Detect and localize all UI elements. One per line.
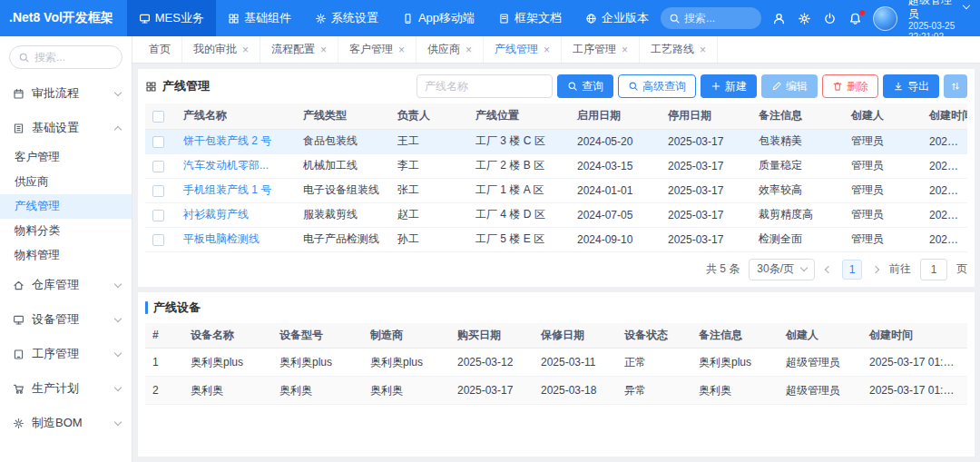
close-tab-icon[interactable]: × <box>544 44 550 55</box>
sidebar-item-material-category[interactable]: 物料分类 <box>0 219 132 243</box>
gear-icon[interactable] <box>798 12 811 25</box>
power-icon[interactable] <box>823 12 837 25</box>
sidebar-item-label: 生产计划 <box>32 380 108 397</box>
export-button[interactable]: 导出 <box>883 74 939 98</box>
table-cell: 奥利奥 <box>363 377 450 405</box>
pencil-icon <box>771 81 782 92</box>
tab-supplier[interactable]: 供应商× <box>416 36 484 63</box>
table-cell: 裁剪精度高 <box>751 202 844 227</box>
topbar-menu-enterprise-edition[interactable]: 企业版本 <box>573 0 661 36</box>
sort-button[interactable] <box>944 74 967 98</box>
close-tab-icon[interactable]: × <box>398 44 405 55</box>
table-cell: 检测全面 <box>751 227 844 251</box>
table-cell: 管理员 <box>844 202 922 227</box>
topbar-menu-basic-components[interactable]: 基础组件 <box>216 0 303 36</box>
checkbox-cell <box>145 178 176 202</box>
production-line-link[interactable]: 饼干包装产线 2 号 <box>176 129 296 153</box>
production-line-link[interactable]: 手机组装产线 1 号 <box>176 178 296 202</box>
next-page-button[interactable] <box>871 267 880 272</box>
tab-craft-route[interactable]: 工艺路线× <box>640 36 718 63</box>
row-checkbox[interactable] <box>152 136 164 148</box>
tab-process-management[interactable]: 工序管理× <box>562 36 640 63</box>
advanced-query-button[interactable]: 高级查询 <box>618 74 696 98</box>
row-checkbox[interactable] <box>152 185 164 197</box>
row-checkbox[interactable] <box>152 234 164 246</box>
table-cell: 张工 <box>390 178 468 202</box>
table-cell: 管理员 <box>844 178 922 202</box>
tab-label: 工艺路线 <box>651 42 694 57</box>
panel-header: 产线管理 查询高级查询新建编辑删除导出 <box>145 69 967 103</box>
production-line-link[interactable]: 平板电脑检测线 <box>176 227 296 251</box>
equipment-panel-title: 产线设备 <box>153 300 201 316</box>
topbar-menu-label: App移动端 <box>418 10 475 26</box>
sidebar-item-material-management[interactable]: 物料管理 <box>0 243 132 268</box>
sidebar-search[interactable] <box>9 45 122 69</box>
user-menu[interactable]: 超级管理员 2025-03-25 22:21:02 <box>908 0 969 44</box>
production-line-link[interactable]: 汽车发动机零部... <box>176 153 296 178</box>
sidebar-item-approval-flow[interactable]: 审批流程 <box>0 76 132 111</box>
table-cell: 工厂 2 楼 B 区 <box>468 153 570 178</box>
topbar-menu-app-mobile[interactable]: App移动端 <box>390 0 486 36</box>
tab-production-line-management[interactable]: 产线管理× <box>484 36 562 63</box>
tablet-icon <box>13 349 24 360</box>
edit-button[interactable]: 编辑 <box>761 74 818 98</box>
select-all-header <box>145 103 176 129</box>
table-cell: 电子设备组装线 <box>296 178 390 202</box>
column-header: 创建人 <box>844 103 922 129</box>
user-icon[interactable] <box>772 12 786 25</box>
row-checkbox[interactable] <box>152 161 164 172</box>
cart-icon <box>13 383 24 395</box>
close-tab-icon[interactable]: × <box>622 44 628 55</box>
column-header: 制造商 <box>363 323 450 349</box>
body: 审批流程基础设置客户管理供应商产线管理物料分类物料管理仓库管理设备管理工序管理生… <box>0 36 980 462</box>
select-all-checkbox[interactable] <box>152 111 164 123</box>
sidebar-item-supplier[interactable]: 供应商 <box>0 170 132 194</box>
avatar[interactable] <box>873 6 897 31</box>
sidebar-item-production-line-management[interactable]: 产线管理 <box>0 194 132 219</box>
sidebar-item-customer-management[interactable]: 客户管理 <box>0 145 132 170</box>
delete-button[interactable]: 删除 <box>822 74 878 98</box>
chevron-down-icon <box>800 264 808 271</box>
table-cell: 2025-03-17 01:1... <box>922 227 967 251</box>
production-line-name-input[interactable] <box>416 74 553 98</box>
current-page-button[interactable]: 1 <box>842 260 862 280</box>
sidebar-item-process-management[interactable]: 工序管理 <box>0 337 132 371</box>
close-tab-icon[interactable]: × <box>466 44 472 55</box>
sidebar-item-warehouse-management[interactable]: 仓库管理 <box>0 268 132 302</box>
close-tab-icon[interactable]: × <box>700 44 706 55</box>
close-tab-icon[interactable]: × <box>242 44 249 55</box>
topbar-menu-system-settings[interactable]: 系统设置 <box>303 0 390 36</box>
create-button[interactable]: 新建 <box>701 74 757 98</box>
global-search-input[interactable] <box>684 12 753 25</box>
close-tab-icon[interactable]: × <box>320 44 327 55</box>
tab-my-approval[interactable]: 我的审批× <box>182 36 260 63</box>
row-checkbox[interactable] <box>152 210 164 221</box>
tab-customer-management[interactable]: 客户管理× <box>338 36 416 63</box>
topbar-menu-label: 基础组件 <box>244 10 291 26</box>
table-header-row: 产线名称产线类型负责人产线位置启用日期停用日期备注信息创建人创建时间 <box>145 103 967 129</box>
sidebar-search-input[interactable] <box>34 51 113 64</box>
topbar-menu-framework-docs[interactable]: 框架文档 <box>486 0 573 36</box>
table-cell: 奥利奥 <box>272 377 363 405</box>
prev-page-button[interactable] <box>824 267 833 272</box>
column-header: 设备状态 <box>617 323 691 349</box>
table-cell: 工厂 3 楼 C 区 <box>468 129 570 153</box>
table-cell: 2025-03-17 01:49:46 <box>862 377 967 405</box>
sidebar-item-equipment-management[interactable]: 设备管理 <box>0 302 132 337</box>
production-line-link[interactable]: 衬衫裁剪产线 <box>176 202 296 227</box>
table-cell: 2024-01-01 <box>570 178 661 202</box>
chevron-left-icon <box>825 265 832 272</box>
topbar-menu-mes-business[interactable]: MES业务 <box>127 0 216 36</box>
table-cell: 2025-03-17 01:1... <box>922 129 967 153</box>
global-search[interactable] <box>661 7 761 29</box>
page-size-select[interactable]: 30条/页 <box>749 259 815 280</box>
sidebar-item-basic-settings[interactable]: 基础设置 <box>0 111 132 145</box>
sidebar-item-manufacturing-bom[interactable]: 制造BOM <box>0 406 132 440</box>
goto-page-input[interactable] <box>920 259 947 280</box>
table-cell: 奥利奥plus <box>363 349 450 377</box>
tab-home[interactable]: 首页 <box>138 36 182 63</box>
sidebar-item-production-plan[interactable]: 生产计划 <box>0 371 132 406</box>
tab-flow-config[interactable]: 流程配置× <box>260 36 338 63</box>
bell-icon[interactable] <box>848 12 862 25</box>
query-button[interactable]: 查询 <box>557 74 613 98</box>
